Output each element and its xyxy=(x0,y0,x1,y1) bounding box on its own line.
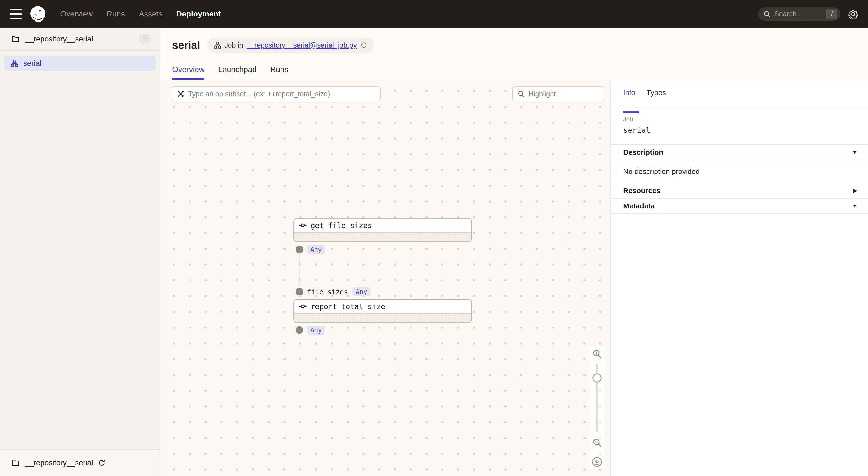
edge-get-file-sizes-to-report-total-size xyxy=(299,253,300,288)
download-icon xyxy=(591,456,602,468)
menu-icon[interactable] xyxy=(10,9,22,19)
highlight-field xyxy=(513,87,604,101)
sidebar-repository-header[interactable]: __repository__serial 1 xyxy=(0,28,160,51)
search-icon xyxy=(763,10,771,18)
section-metadata[interactable]: Metadata ▼ xyxy=(611,198,868,214)
job-tabs: Overview Launchpad Runs xyxy=(172,65,288,80)
zoom-out-button[interactable] xyxy=(590,436,603,449)
download-view-button[interactable] xyxy=(590,455,604,469)
nav-links: Overview Runs Assets Deployment xyxy=(60,9,221,19)
job-count-badge: 1 xyxy=(139,34,151,44)
output-handle xyxy=(296,245,303,253)
nav-link-deployment[interactable]: Deployment xyxy=(176,9,221,19)
main-area: serial Job in __repository__serial@seria… xyxy=(160,28,868,476)
job-origin-link[interactable]: __repository__serial@serial_job.py xyxy=(247,41,356,49)
nav-link-runs[interactable]: Runs xyxy=(106,9,125,19)
op-graph-canvas[interactable]: get_file_sizes Any file_sizes Any xyxy=(160,80,610,476)
repository-name: __repository__serial xyxy=(25,35,139,43)
op-name: get_file_sizes xyxy=(311,221,372,230)
input-handle xyxy=(296,288,303,296)
nav-link-assets[interactable]: Assets xyxy=(139,9,162,19)
global-search[interactable]: / xyxy=(758,7,840,21)
nav-right: / xyxy=(758,0,868,28)
zoom-slider[interactable] xyxy=(596,364,598,432)
nav-link-overview[interactable]: Overview xyxy=(60,9,93,19)
zoom-out-icon xyxy=(592,437,602,448)
output-handle xyxy=(296,326,303,334)
footer-repository-name: __repository__serial xyxy=(25,458,93,467)
job-header: serial Job in __repository__serial@seria… xyxy=(160,28,868,80)
chevron-down-icon: ▼ xyxy=(852,149,857,156)
op-node-report-total-size[interactable]: report_total_size xyxy=(293,299,472,323)
sidebar: __repository__serial 1 serial __reposito… xyxy=(0,28,160,476)
settings-button[interactable] xyxy=(848,9,858,19)
op-name: report_total_size xyxy=(311,302,385,311)
dagster-logo-icon[interactable] xyxy=(29,5,47,23)
op-node-config-strip xyxy=(294,232,471,241)
section-description[interactable]: Description ▼ xyxy=(611,144,868,160)
zoom-in-icon xyxy=(592,349,602,359)
panel-tab-info[interactable]: Info xyxy=(623,89,636,106)
job-field-value: serial xyxy=(623,126,856,134)
search-icon xyxy=(517,90,525,98)
section-label: Resources xyxy=(623,186,660,195)
sidebar-item-label: serial xyxy=(23,59,41,68)
zoom-in-button[interactable] xyxy=(590,347,603,360)
job-icon xyxy=(214,41,221,49)
output-type-badge[interactable]: Any xyxy=(307,245,325,254)
job-origin-prefix: Job in xyxy=(224,41,243,49)
section-resources[interactable]: Resources ▶ xyxy=(611,183,868,198)
op-subset-field xyxy=(172,87,380,101)
top-nav: Overview Runs Assets Deployment / xyxy=(0,0,868,28)
reload-repository-icon[interactable] xyxy=(98,459,106,467)
info-panel: Info Types Job serial Description ▼ No d… xyxy=(610,80,868,476)
input-type-badge[interactable]: Any xyxy=(352,287,371,297)
reload-icon[interactable] xyxy=(360,41,368,49)
output-type-badge[interactable]: Any xyxy=(307,326,325,335)
job-summary: Job serial xyxy=(611,107,868,144)
op-icon xyxy=(299,222,307,229)
panel-tabs: Info Types xyxy=(611,80,868,107)
op-node-get-file-sizes[interactable]: get_file_sizes xyxy=(293,218,472,242)
input-name: file_sizes xyxy=(307,288,348,296)
sidebar-item-serial[interactable]: serial xyxy=(4,56,156,71)
section-label: Description xyxy=(623,148,663,157)
job-origin-pill: Job in __repository__serial@serial_job.p… xyxy=(208,38,374,53)
tab-launchpad[interactable]: Launchpad xyxy=(218,65,256,80)
tab-runs[interactable]: Runs xyxy=(270,65,288,80)
op-selector-icon xyxy=(177,90,185,98)
chevron-right-icon: ▶ xyxy=(853,188,857,194)
folder-icon xyxy=(11,458,20,467)
job-field-label: Job xyxy=(623,116,856,123)
search-shortcut-key: / xyxy=(826,9,837,19)
folder-icon xyxy=(11,35,20,43)
zoom-controls xyxy=(589,347,605,469)
page-title: serial xyxy=(172,39,200,51)
description-content: No description provided xyxy=(611,160,868,183)
zoom-slider-knob[interactable] xyxy=(592,373,601,383)
highlight-input[interactable] xyxy=(528,90,599,98)
tab-overview[interactable]: Overview xyxy=(172,65,205,80)
chevron-down-icon: ▼ xyxy=(852,203,857,209)
sidebar-spacer xyxy=(0,71,160,449)
sidebar-footer-repository[interactable]: __repository__serial xyxy=(0,449,160,476)
gear-icon xyxy=(848,9,858,19)
op-subset-input[interactable] xyxy=(188,90,376,98)
section-label: Metadata xyxy=(623,202,655,210)
op-icon xyxy=(299,303,307,310)
panel-tab-types[interactable]: Types xyxy=(647,89,666,106)
search-input[interactable] xyxy=(774,10,826,18)
job-icon xyxy=(11,60,19,67)
op-node-config-strip xyxy=(294,313,471,322)
